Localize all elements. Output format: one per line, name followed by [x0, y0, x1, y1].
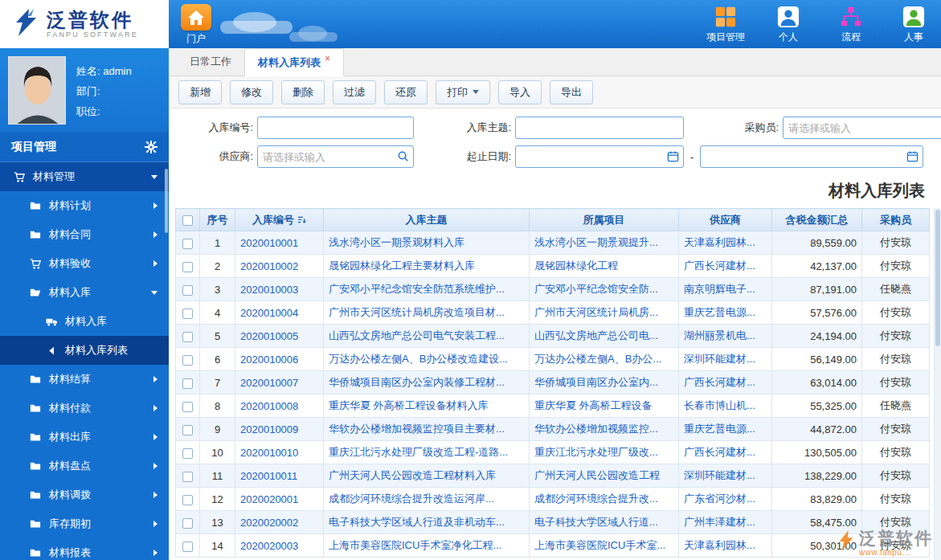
table-row[interactable]: 82020010008重庆华夏 外高桥工程设备材料入库重庆华夏 外高桥工程设备长… [176, 394, 930, 418]
project-link[interactable]: 广安邓小平纪念馆安全防... [534, 283, 658, 295]
code-link[interactable]: 2020020003 [240, 540, 298, 552]
row-checkbox[interactable] [182, 262, 193, 272]
row-checkbox[interactable] [182, 518, 193, 529]
subject-link[interactable]: 华软办公楼增加视频监控项目主要材... [329, 423, 505, 435]
close-icon[interactable]: × [325, 53, 330, 64]
project-link[interactable]: 重庆江北污水处理厂级改... [534, 446, 658, 458]
sidebar-scrollbar-thumb[interactable] [165, 169, 168, 233]
sidebar-item-material-outbound[interactable]: 材料出库 [0, 423, 169, 452]
table-row[interactable]: 42020010004广州市天河区统计局机房改造项目材...广州市天河区统计局机… [176, 301, 930, 325]
project-link[interactable]: 万达办公楼左侧A、B办公... [534, 353, 661, 365]
code-link[interactable]: 2020010008 [240, 400, 298, 412]
row-checkbox[interactable] [182, 332, 193, 342]
table-row[interactable]: 132020020002电子科技大学区域人行道及非机动车...电子科技大学区域人… [176, 511, 930, 534]
table-row[interactable]: 12020010001浅水湾小区一期景观材料入库浅水湾小区一期景观提升...天津… [176, 231, 930, 255]
table-row[interactable]: 102020010010重庆江北污水处理厂级改造工程-道路...重庆江北污水处理… [176, 441, 930, 464]
nav-hr[interactable]: 人事 [893, 4, 935, 44]
subject-link[interactable]: 晟铭园林绿化工程主要材料入库 [329, 260, 475, 272]
code-link[interactable]: 2020010005 [240, 330, 298, 342]
column-header-buyer[interactable]: 采购员 [862, 209, 930, 231]
table-row[interactable]: 62020010006万达办公楼左侧A、B办公楼改造建设...万达办公楼左侧A、… [176, 348, 930, 371]
table-row[interactable]: 22020010002晟铭园林绿化工程主要材料入库晟铭园林绿化工程广西长河建材.… [176, 255, 930, 278]
sidebar-item-material-payment[interactable]: 材料付款 [0, 394, 169, 423]
column-header-code[interactable]: 入库编号 [235, 209, 324, 231]
date-to-input[interactable] [700, 145, 923, 168]
sidebar-item-material-accept[interactable]: 材料验收 [0, 249, 169, 278]
subject-link[interactable]: 华侨城项目南区办公室内装修工程材... [329, 376, 505, 388]
table-row[interactable]: 142020020003上海市美容医院ICU手术室净化工程...上海市美容医院I… [176, 534, 930, 558]
gear-icon[interactable] [145, 141, 158, 153]
edit-button[interactable]: 修改 [230, 80, 273, 104]
subject-link[interactable]: 浅水湾小区一期景观材料入库 [329, 236, 464, 248]
supplier-link[interactable]: 南京明辉电子... [684, 283, 755, 295]
project-link[interactable]: 广州天河人民公园改造工程 [534, 469, 660, 481]
table-row[interactable]: 112020010011广州天河人民公园改造工程材料入库广州天河人民公园改造工程… [176, 464, 930, 488]
supplier-link[interactable]: 湖州丽景机电... [684, 329, 755, 341]
column-header-no[interactable]: 序号 [200, 209, 235, 231]
column-header-supplier[interactable]: 供应商 [679, 209, 772, 231]
supplier-link[interactable]: 重庆艺普电源... [684, 423, 755, 435]
scrollbar-thumb[interactable] [935, 210, 940, 346]
restore-button[interactable]: 还原 [384, 80, 428, 104]
column-header-select[interactable] [176, 209, 200, 231]
code-link[interactable]: 2020010003 [240, 284, 298, 296]
portal-button[interactable]: 门户 [178, 4, 214, 46]
module-title-bar[interactable]: 项目管理 [0, 132, 169, 162]
supplier-link[interactable]: 广西长河建材... [684, 260, 755, 272]
nav-personal[interactable]: 个人 [767, 4, 809, 44]
row-checkbox[interactable] [182, 495, 193, 505]
row-checkbox[interactable] [182, 239, 193, 249]
sidebar-item-material-stocktake[interactable]: 材料盘点 [0, 452, 169, 480]
subject-link[interactable]: 电子科技大学区域人行道及非机动车... [329, 516, 505, 528]
sidebar-item-material-manage[interactable]: 材料管理 [0, 162, 169, 191]
sidebar-item-material-inbound[interactable]: 材料入库 [0, 278, 169, 307]
supplier-link[interactable]: 天津嘉利园林... [684, 236, 755, 248]
row-checkbox[interactable] [182, 425, 193, 435]
filter-button[interactable]: 过滤 [333, 80, 376, 104]
sidebar-item-material-inbound-entry[interactable]: 材料入库 [0, 307, 169, 336]
code-link[interactable]: 2020010001 [240, 237, 298, 249]
subject-input[interactable] [515, 116, 684, 139]
row-checkbox[interactable] [182, 309, 193, 319]
supplier-link[interactable]: 深圳环能建材... [684, 469, 755, 481]
sidebar-item-material-report[interactable]: 材料报表 [0, 538, 169, 560]
supplier-link[interactable]: 重庆艺普电源... [684, 306, 755, 318]
subject-link[interactable]: 广安邓小平纪念馆安全防范系统维护... [329, 283, 505, 295]
code-link[interactable]: 2020010011 [240, 470, 297, 482]
subject-link[interactable]: 重庆江北污水处理厂级改造工程-道路... [329, 446, 508, 458]
sidebar-item-material-contract[interactable]: 材料合同 [0, 220, 169, 249]
supplier-link[interactable]: 广西长河建材... [684, 376, 755, 388]
sidebar-item-material-transfer[interactable]: 材料调拨 [0, 480, 169, 509]
row-checkbox[interactable] [182, 472, 193, 482]
project-link[interactable]: 华侨城项目南区办公室内... [534, 376, 658, 388]
tab-material-inbound-list[interactable]: 材料入库列表 × [244, 48, 344, 76]
vertical-scrollbar[interactable] [934, 208, 941, 560]
subject-link[interactable]: 成都沙河环境综合提升改造运河岸... [329, 493, 494, 505]
code-link[interactable]: 2020020002 [240, 517, 298, 529]
code-input[interactable] [257, 116, 414, 139]
print-button[interactable]: 打印 [436, 80, 490, 104]
add-button[interactable]: 新增 [178, 80, 222, 104]
supplier-input[interactable] [257, 145, 414, 168]
table-row[interactable]: 32020010003广安邓小平纪念馆安全防范系统维护...广安邓小平纪念馆安全… [176, 278, 930, 301]
subject-link[interactable]: 广州市天河区统计局机房改造项目材... [329, 306, 505, 318]
subject-link[interactable]: 重庆华夏 外高桥工程设备材料入库 [329, 399, 489, 411]
project-link[interactable]: 山西弘文房地产总公司电... [534, 329, 658, 341]
nav-project-manage[interactable]: 项目管理 [705, 4, 747, 44]
column-header-subject[interactable]: 入库主题 [324, 209, 530, 231]
sidebar-item-stock-initial[interactable]: 库存期初 [0, 509, 169, 538]
project-link[interactable]: 浅水湾小区一期景观提升... [534, 236, 658, 248]
supplier-link[interactable]: 深圳环能建材... [684, 353, 755, 365]
table-row[interactable]: 52020010005山西弘文房地产总公司电气安装工程...山西弘文房地产总公司… [176, 325, 930, 348]
nav-workflow[interactable]: 流程 [830, 4, 872, 44]
column-header-amount[interactable]: 含税金额汇总 [772, 209, 862, 231]
project-link[interactable]: 重庆华夏 外高桥工程设备 [534, 399, 653, 411]
code-link[interactable]: 2020010007 [240, 377, 298, 389]
code-link[interactable]: 2020010010 [240, 447, 298, 459]
subject-link[interactable]: 广州天河人民公园改造工程材料入库 [329, 469, 496, 481]
sidebar-item-material-plan[interactable]: 材料计划 [0, 191, 169, 220]
code-link[interactable]: 2020020001 [240, 493, 298, 505]
select-all-checkbox[interactable] [182, 215, 193, 226]
buyer-input[interactable] [783, 116, 941, 139]
supplier-link[interactable]: 广西长河建材... [684, 446, 755, 458]
